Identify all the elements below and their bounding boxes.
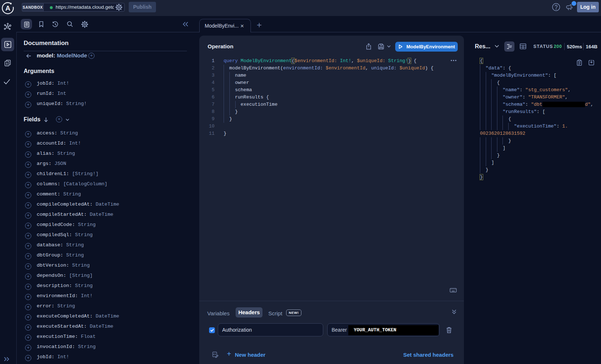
svg-text:A: A [5, 4, 11, 12]
